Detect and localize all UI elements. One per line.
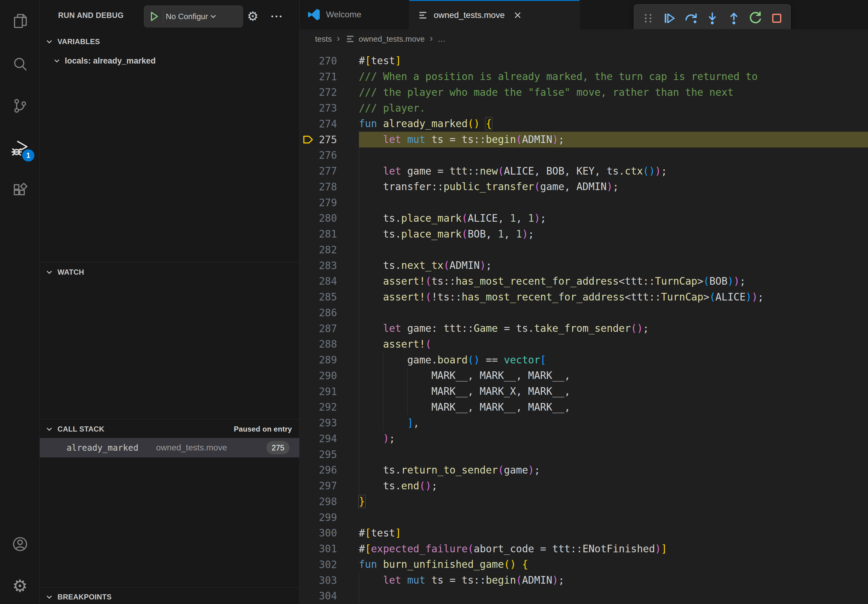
gutter[interactable]: 272 — [300, 85, 359, 101]
code-line[interactable]: 295 — [300, 446, 868, 462]
gutter[interactable]: 274 — [300, 116, 359, 132]
breadcrumb-symbol[interactable]: … — [438, 34, 446, 44]
gutter[interactable]: 279 — [300, 195, 359, 211]
step-over-icon[interactable] — [682, 7, 701, 29]
code-line[interactable]: 270#[test] — [300, 53, 868, 69]
code-line[interactable]: 273/// player. — [300, 100, 868, 116]
source-control-icon[interactable] — [0, 89, 40, 122]
gutter[interactable]: 284 — [300, 273, 359, 289]
gutter[interactable]: 295 — [300, 446, 359, 462]
code-area[interactable]: 270#[test]271/// When a position is alre… — [300, 49, 868, 604]
debug-config-dropdown[interactable]: No Configur — [144, 5, 243, 27]
code-line[interactable]: 300#[test] — [300, 525, 868, 541]
debug-settings-gear-icon[interactable]: ⚙ — [244, 8, 261, 25]
close-tab-icon[interactable] — [513, 10, 523, 20]
gutter[interactable]: 283 — [300, 258, 359, 273]
code-line[interactable]: 281 ts.place_mark(BOB, 1, 1); — [300, 226, 868, 242]
gutter[interactable]: 300 — [300, 525, 359, 541]
code-line[interactable]: 301#[expected_failure(abort_code = ttt::… — [300, 541, 868, 556]
gutter[interactable]: 293 — [300, 415, 359, 431]
gutter[interactable]: 290 — [300, 368, 359, 384]
code-line[interactable]: 303 let mut ts = ts::begin(ADMIN); — [300, 572, 868, 588]
gutter[interactable]: 287 — [300, 321, 359, 336]
gutter[interactable]: 270 — [300, 53, 359, 69]
breadcrumb-folder[interactable]: tests — [315, 34, 332, 44]
code-line[interactable]: 291 MARK__, MARK_X, MARK__, — [300, 384, 868, 399]
code-line[interactable]: 285 assert!(!ts::has_most_recent_for_add… — [300, 289, 868, 305]
tab-welcome[interactable]: Welcome — [300, 0, 409, 29]
gutter[interactable]: 276 — [300, 147, 359, 163]
gutter[interactable]: 278 — [300, 179, 359, 195]
run-and-debug-icon[interactable]: 1 — [0, 132, 40, 165]
code-line[interactable]: 280 ts.place_mark(ALICE, 1, 1); — [300, 211, 868, 226]
toolbar-drag-handle[interactable] — [639, 7, 657, 29]
section-breakpoints[interactable]: BREAKPOINTS — [40, 590, 299, 604]
gutter[interactable]: 292 — [300, 399, 359, 415]
explorer-icon[interactable] — [0, 4, 40, 38]
gutter[interactable]: 296 — [300, 462, 359, 478]
gutter[interactable]: 281 — [300, 226, 359, 242]
section-variables[interactable]: VARIABLES — [40, 35, 299, 49]
gutter[interactable]: 294 — [300, 431, 359, 446]
step-out-icon[interactable] — [724, 7, 743, 29]
code-line[interactable]: 292 MARK__, MARK__, MARK__, — [300, 399, 868, 415]
code-line[interactable]: 302fun burn_unfinished_game() { — [300, 556, 868, 572]
section-watch[interactable]: WATCH — [40, 265, 299, 279]
code-line[interactable]: 283 ts.next_tx(ADMIN); — [300, 258, 868, 273]
settings-gear-icon[interactable]: ⚙ — [0, 569, 40, 603]
code-line[interactable]: 286 — [300, 305, 868, 321]
gutter[interactable]: 289 — [300, 352, 359, 368]
code-line[interactable]: 298} — [300, 494, 868, 510]
account-icon[interactable] — [0, 527, 40, 561]
gutter[interactable]: 298 — [300, 494, 359, 510]
search-icon[interactable] — [0, 48, 40, 81]
code-line[interactable]: 284 assert!(ts::has_most_recent_for_addr… — [300, 273, 868, 289]
code-line[interactable]: 294 ); — [300, 431, 868, 446]
gutter[interactable]: 285 — [300, 289, 359, 305]
gutter[interactable]: 288 — [300, 336, 359, 352]
tab-owned-tests[interactable]: owned_tests.move — [409, 0, 580, 29]
start-debug-icon[interactable] — [148, 10, 160, 23]
step-into-icon[interactable] — [703, 7, 722, 29]
gutter[interactable]: 282 — [300, 242, 359, 258]
extensions-icon[interactable] — [0, 173, 40, 207]
code-line[interactable]: 304 — [300, 588, 868, 604]
code-line[interactable]: 289 game.board() == vector[ — [300, 352, 868, 368]
code-line[interactable]: 271/// When a position is already marked… — [300, 69, 868, 85]
code-line[interactable]: 276 — [300, 147, 868, 163]
code-line[interactable]: 275 let mut ts = ts::begin(ADMIN); — [300, 132, 868, 147]
breadcrumb-file[interactable]: owned_tests.move — [359, 34, 425, 44]
gutter[interactable]: 271 — [300, 69, 359, 85]
gutter[interactable]: 302 — [300, 556, 359, 572]
call-stack-frame-row[interactable]: already_marked owned_tests.move 275 — [40, 438, 299, 457]
code-line[interactable]: 296 ts.return_to_sender(game); — [300, 462, 868, 478]
code-line[interactable]: 274fun already_marked() { — [300, 116, 868, 132]
gutter[interactable]: 291 — [300, 384, 359, 399]
code-line[interactable]: 288 assert!( — [300, 336, 868, 352]
code-line[interactable]: 278 transfer::public_transfer(game, ADMI… — [300, 179, 868, 195]
code-line[interactable]: 287 let game: ttt::Game = ts.take_from_s… — [300, 321, 868, 336]
gutter[interactable]: 301 — [300, 541, 359, 556]
gutter[interactable]: 275 — [300, 132, 359, 147]
code-line[interactable]: 279 — [300, 195, 868, 211]
more-actions-icon[interactable] — [268, 8, 285, 25]
gutter[interactable]: 297 — [300, 478, 359, 494]
gutter[interactable]: 273 — [300, 100, 359, 116]
gutter[interactable]: 303 — [300, 572, 359, 588]
gutter[interactable]: 286 — [300, 305, 359, 321]
code-line[interactable]: 272/// the player who made the "false" m… — [300, 85, 868, 101]
code-line[interactable]: 290 MARK__, MARK__, MARK__, — [300, 368, 868, 384]
code-line[interactable]: 299 — [300, 510, 868, 525]
code-line[interactable]: 282 — [300, 242, 868, 258]
restart-icon[interactable] — [746, 7, 764, 29]
locals-scope-row[interactable]: locals: already_marked — [40, 54, 299, 68]
continue-icon[interactable] — [660, 7, 679, 29]
code-line[interactable]: 277 let game = ttt::new(ALICE, BOB, KEY,… — [300, 163, 868, 179]
gutter[interactable]: 299 — [300, 510, 359, 525]
code-line[interactable]: 293 ], — [300, 415, 868, 431]
section-call-stack[interactable]: CALL STACK Paused on entry — [40, 422, 299, 436]
gutter[interactable]: 280 — [300, 211, 359, 226]
code-line[interactable]: 297 ts.end(); — [300, 478, 868, 494]
gutter[interactable]: 277 — [300, 163, 359, 179]
gutter[interactable]: 304 — [300, 588, 359, 604]
